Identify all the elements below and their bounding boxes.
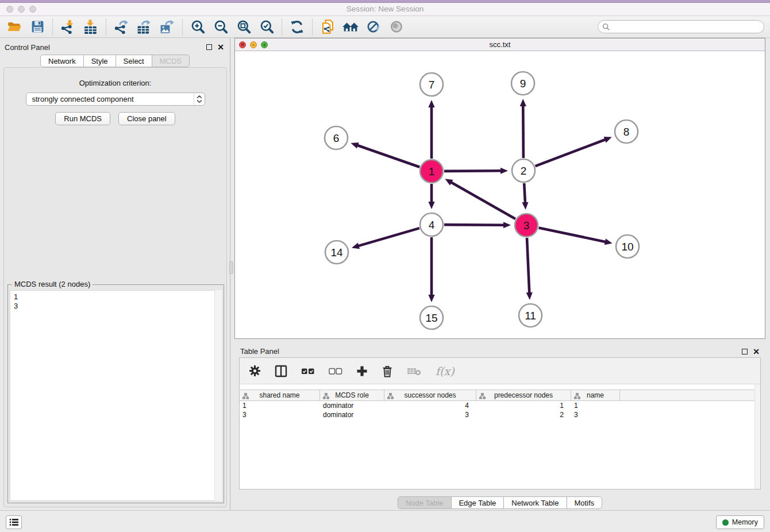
graph-node-6[interactable]: 6	[325, 126, 348, 149]
mcds-tab-panel: Optimization criterion: strongly connect…	[3, 67, 227, 507]
tab-style[interactable]: Style	[83, 55, 116, 67]
delete-table-icon[interactable]	[407, 366, 422, 376]
node-label: 2	[521, 165, 527, 177]
optimization-criterion-label: Optimization criterion:	[4, 79, 226, 87]
edge-arrowhead	[428, 100, 434, 107]
edge-4-14[interactable]	[357, 228, 419, 246]
toolbar-separator	[312, 19, 313, 35]
close-panel-icon[interactable]: ✕	[217, 44, 224, 50]
edge-3-1[interactable]	[451, 182, 515, 219]
edge-arrowhead	[428, 202, 434, 209]
close-panel-button[interactable]: Close panel	[118, 112, 175, 125]
tab-edge-table[interactable]: Edge Table	[451, 496, 504, 509]
graph-node-4[interactable]: 4	[420, 213, 443, 236]
graph-node-1[interactable]: 1	[420, 160, 443, 183]
toolbar-separator	[182, 19, 183, 35]
search-input[interactable]	[598, 20, 764, 33]
tab-node-table[interactable]: Node Table	[398, 496, 452, 509]
close-table-panel-icon[interactable]: ✕	[753, 349, 760, 354]
node-label: 1	[429, 165, 435, 178]
search-field-wrap	[598, 20, 764, 33]
zoom-out-icon[interactable]	[211, 18, 230, 36]
float-table-panel-icon[interactable]	[742, 349, 748, 354]
zoom-in-icon[interactable]	[188, 18, 207, 36]
open-session-icon[interactable]	[5, 18, 24, 36]
tab-motifs[interactable]: Motifs	[566, 496, 602, 509]
mcds-result-text[interactable]: 1 3	[10, 290, 222, 501]
table-row[interactable]: 3dominator323	[240, 410, 760, 419]
table-row[interactable]: 1dominator411	[240, 401, 760, 410]
app-titlebar: Session: New Session	[0, 0, 770, 16]
graph-node-7[interactable]: 7	[420, 73, 443, 96]
create-column-icon[interactable]	[356, 365, 368, 377]
table-scrollbar[interactable]	[754, 384, 760, 489]
settings-icon[interactable]	[249, 365, 261, 377]
edge-3-11[interactable]	[527, 238, 529, 294]
float-panel-icon[interactable]	[206, 44, 212, 50]
export-network-icon[interactable]	[111, 18, 131, 36]
graph-node-8[interactable]: 8	[615, 120, 638, 143]
tab-network-table[interactable]: Network Table	[503, 496, 567, 509]
graph-node-14[interactable]: 14	[325, 241, 348, 264]
edge-2-8[interactable]	[536, 139, 606, 166]
select-all-columns-icon[interactable]	[301, 367, 315, 375]
main-toolbar	[0, 16, 770, 38]
edge-arrowhead	[351, 142, 359, 149]
delete-columns-icon[interactable]	[382, 365, 393, 377]
graph-node-15[interactable]: 15	[420, 306, 443, 329]
memory-label: Memory	[732, 518, 758, 526]
unselect-all-columns-icon[interactable]	[329, 367, 342, 375]
column-header-successor-nodes[interactable]: successor nodes	[384, 390, 476, 400]
tab-select[interactable]: Select	[116, 55, 152, 67]
toggle-panel-icon[interactable]	[275, 365, 287, 377]
node-label: 7	[429, 79, 435, 91]
zoom-selected-region-icon[interactable]	[257, 18, 276, 36]
edge-4-3[interactable]	[444, 225, 505, 225]
result-scrollbar[interactable]	[214, 290, 222, 501]
zoom-fit-content-icon[interactable]	[234, 18, 253, 36]
import-network-from-file-icon[interactable]	[58, 18, 78, 36]
export-table-icon[interactable]	[134, 18, 154, 36]
splitpane-grip[interactable]	[229, 261, 233, 274]
save-session-icon[interactable]	[28, 18, 47, 36]
graph-node-2[interactable]: 2	[512, 159, 535, 182]
graph-node-9[interactable]: 9	[511, 72, 534, 95]
import-table-from-file-icon[interactable]	[81, 18, 101, 36]
edge-arrowhead	[605, 238, 613, 245]
clone-network-icon[interactable]	[318, 18, 337, 36]
export-image-icon[interactable]	[157, 18, 177, 36]
edge-arrowhead	[352, 242, 360, 249]
tab-mcds[interactable]: MCDS	[152, 55, 190, 67]
tab-network[interactable]: Network	[40, 55, 84, 67]
column-header-name[interactable]: name	[571, 390, 620, 400]
graph-node-10[interactable]: 10	[616, 235, 639, 258]
graph-node-11[interactable]: 11	[519, 304, 542, 327]
edge-1-2[interactable]	[444, 171, 502, 171]
run-mcds-button[interactable]: Run MCDS	[55, 112, 110, 125]
network-window-title: scc.txt	[235, 40, 765, 49]
hide-selected-icon[interactable]	[364, 18, 383, 36]
column-header-mcds-role[interactable]: MCDS role	[320, 390, 384, 400]
show-all-icon[interactable]	[387, 18, 406, 36]
first-neighbors-icon[interactable]	[341, 18, 360, 36]
apply-preferred-layout-icon[interactable]	[287, 18, 307, 36]
memory-button[interactable]: Memory	[716, 515, 764, 529]
graph-node-3[interactable]: 3	[515, 214, 538, 237]
table-tabs: Node TableEdge TableNetwork TableMotifs	[398, 496, 602, 509]
edge-2-9[interactable]	[523, 105, 523, 158]
search-icon	[602, 23, 610, 31]
node-table-container: f(x) shared nameMCDS rolesuccessor nodes…	[239, 357, 761, 489]
table-cell: 2	[476, 410, 571, 419]
edge-1-6[interactable]	[357, 145, 419, 167]
task-history-button[interactable]	[6, 515, 22, 529]
network-canvas[interactable]: 7968124314101511	[235, 51, 765, 339]
criterion-select[interactable]: strongly connected component	[26, 92, 205, 106]
edge-2-3[interactable]	[524, 183, 525, 203]
network-window-titlebar[interactable]: ✕ − ＋ scc.txt	[235, 38, 765, 51]
function-builder-icon[interactable]: f(x)	[436, 365, 455, 377]
column-header-predecessor-nodes[interactable]: predecessor nodes	[476, 390, 571, 400]
edge-3-10[interactable]	[539, 228, 606, 242]
node-label: 6	[333, 132, 340, 144]
column-header-shared-name[interactable]: shared name	[240, 390, 320, 400]
select-stepper-icon	[194, 93, 205, 105]
